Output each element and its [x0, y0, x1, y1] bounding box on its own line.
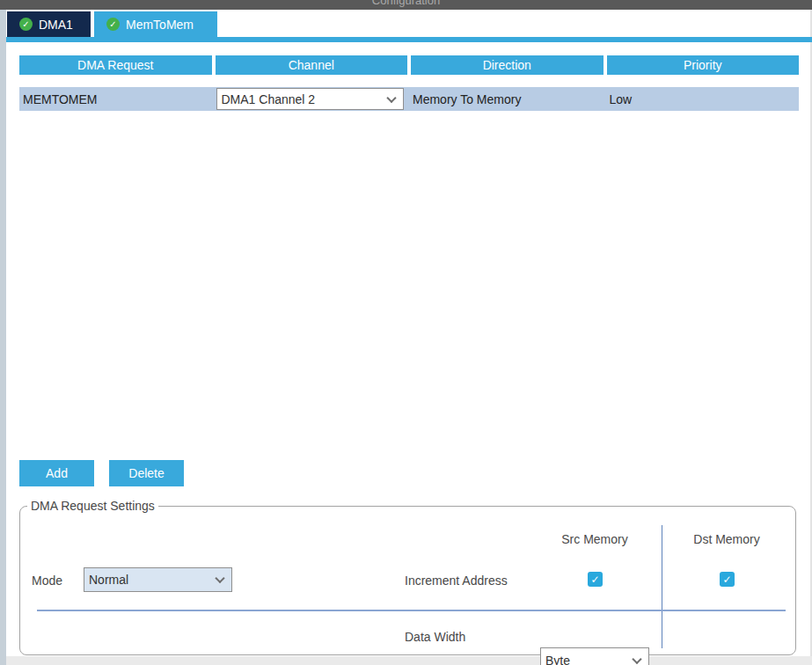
mode-label: Mode [32, 574, 62, 588]
header-channel: Channel [216, 55, 408, 75]
cell-direction: Memory To Memory [409, 87, 603, 111]
channel-select-value: DMA1 Channel 2 [222, 92, 316, 106]
header-dma-request: DMA Request [19, 55, 212, 75]
data-width-label: Data Width [405, 630, 465, 644]
check-circle-icon [106, 18, 120, 31]
chevron-down-icon [215, 574, 224, 583]
data-width-src-select[interactable]: Byte [540, 647, 649, 665]
settings-legend: DMA Request Settings [27, 499, 158, 513]
channel-select[interactable]: DMA1 Channel 2 [216, 88, 405, 110]
tab-dma1-label: DMA1 [39, 18, 73, 32]
check-circle-icon [19, 18, 33, 31]
cell-dma-request: MEMTOMEM [19, 87, 213, 111]
add-button[interactable]: Add [19, 460, 94, 486]
table-row[interactable]: MEMTOMEM DMA1 Channel 2 Memory To Memory… [19, 87, 799, 111]
mode-select[interactable]: Normal [84, 567, 232, 592]
cell-channel: DMA1 Channel 2 [216, 87, 406, 111]
header-priority: Priority [607, 55, 800, 75]
header-direction: Direction [411, 55, 604, 75]
active-tab-underline [6, 37, 812, 42]
chevron-down-icon [386, 92, 396, 102]
tab-memtomem-label: MemToMem [126, 18, 194, 32]
chevron-down-icon [632, 654, 641, 664]
settings-row-divider [37, 610, 786, 611]
src-memory-column-header: Src Memory [533, 532, 656, 546]
dialog-title-bar: Configuration [0, 0, 812, 10]
delete-button[interactable]: Delete [109, 460, 184, 486]
increment-address-src-checkbox[interactable] [588, 572, 603, 587]
bottom-frame-strip [6, 656, 812, 665]
cell-priority: Low [606, 87, 800, 111]
mode-select-value: Normal [89, 573, 128, 587]
dialog-title: Configuration [0, 0, 812, 8]
src-dst-divider [662, 525, 662, 648]
dst-memory-column-header: Dst Memory [665, 532, 788, 546]
data-width-src-value: Byte [545, 654, 570, 665]
increment-address-dst-checkbox[interactable] [720, 572, 735, 587]
dma-table-header: DMA Request Channel Direction Priority [19, 55, 799, 75]
increment-address-label: Increment Address [405, 574, 508, 588]
left-frame-strip [0, 10, 6, 665]
tab-dma1[interactable]: DMA1 [7, 11, 91, 37]
tab-memtomem[interactable]: MemToMem [94, 11, 217, 37]
